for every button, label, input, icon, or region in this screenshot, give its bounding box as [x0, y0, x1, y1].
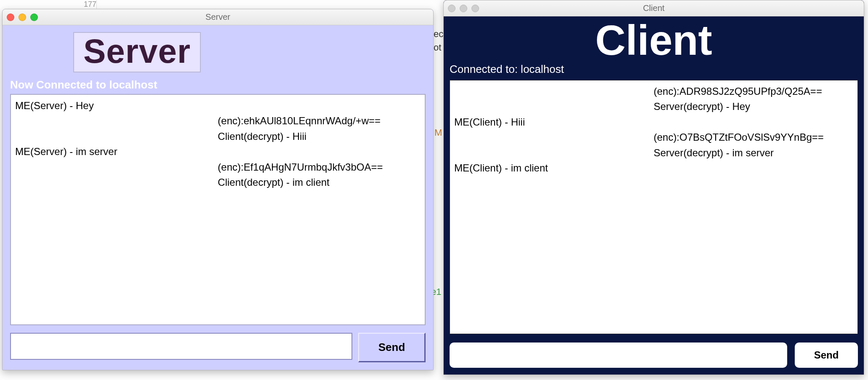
- server-window: Server Server Now Connected to localhost…: [2, 9, 434, 370]
- bg-text: ot: [434, 42, 441, 53]
- server-window-title: Server: [3, 12, 433, 22]
- close-icon[interactable]: [448, 5, 455, 12]
- bg-text: M: [434, 127, 442, 138]
- minimize-icon[interactable]: [19, 13, 26, 21]
- chat-line: Server(decrypt) - Hey: [654, 100, 853, 113]
- minimize-icon[interactable]: [460, 5, 467, 12]
- client-messages-right: (enc):ADR98SJ2zQ95UPfp3/Q25A== Server(de…: [654, 85, 853, 161]
- chat-line: (enc):ehkAUl810LEqnnrWAdg/+w==: [218, 114, 421, 128]
- traffic-lights: [7, 13, 38, 21]
- server-message-input[interactable]: [10, 333, 352, 360]
- chat-line: Client(decrypt) - Hiii: [218, 130, 421, 143]
- maximize-icon[interactable]: [471, 5, 479, 12]
- chat-line: [654, 115, 853, 129]
- chat-line: (enc):O7BsQTZtFOoVSlSv9YYnBg==: [654, 131, 853, 144]
- server-messages-right: (enc):ehkAUl810LEqnnrWAdg/+w== Client(de…: [218, 99, 421, 191]
- close-icon[interactable]: [7, 13, 14, 21]
- server-heading: Server: [73, 32, 201, 72]
- chat-line: ME(Client) - im client: [454, 161, 853, 175]
- chat-line: (enc):Ef1qAHgN7UrmbqJkfv3bOA==: [218, 161, 421, 174]
- client-send-button[interactable]: Send: [795, 343, 858, 368]
- server-send-button[interactable]: Send: [358, 333, 426, 362]
- server-chat-area[interactable]: ME(Server) - Hey ME(Server) - im server …: [10, 94, 426, 325]
- bg-text: ec: [434, 29, 443, 40]
- traffic-lights: [448, 5, 479, 12]
- server-titlebar[interactable]: Server: [3, 9, 433, 25]
- server-body: Server Now Connected to localhost ME(Ser…: [3, 25, 433, 370]
- client-connection-status: Connected to: localhost: [450, 63, 858, 76]
- server-connection-status: Now Connected to localhost: [10, 78, 426, 91]
- chat-line: Client(decrypt) - im client: [218, 176, 421, 189]
- client-window-title: Client: [444, 3, 864, 13]
- client-body: Client Connected to: localhost ME(Client…: [444, 16, 864, 375]
- client-window: Client Client Connected to: localhost ME…: [443, 0, 864, 375]
- chat-line: (enc):ADR98SJ2zQ95UPfp3/Q25A==: [654, 85, 853, 98]
- maximize-icon[interactable]: [30, 13, 38, 21]
- server-input-row: Send: [10, 333, 426, 362]
- client-input-row: Send: [450, 343, 858, 368]
- chat-line: [218, 99, 421, 112]
- chat-line: Server(decrypt) - im server: [654, 146, 853, 160]
- client-titlebar[interactable]: Client: [444, 0, 864, 16]
- chat-line: [218, 145, 421, 158]
- client-chat-area[interactable]: ME(Client) - Hiii ME(Client) - im client…: [450, 80, 858, 334]
- client-heading: Client: [450, 19, 858, 61]
- client-message-input[interactable]: [450, 343, 787, 368]
